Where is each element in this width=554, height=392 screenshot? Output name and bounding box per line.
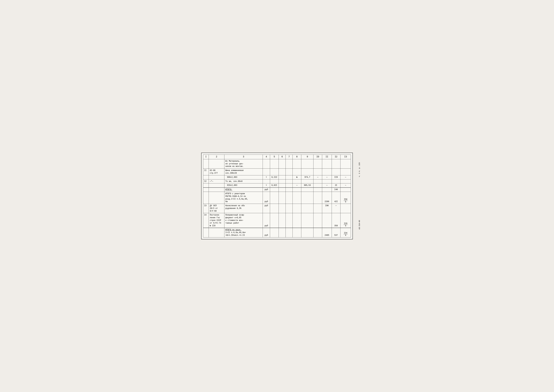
col11-fin: 2485 bbox=[322, 228, 332, 237]
cell-10b bbox=[313, 168, 322, 175]
desc-I4: Поправочный коэф-фициент к=0,85к стоимос… bbox=[224, 213, 263, 228]
col11-I4 bbox=[322, 213, 332, 228]
desc-I3: Начисления на оборудование 8,3% bbox=[224, 204, 263, 213]
col8-I3 bbox=[293, 204, 301, 213]
col6-II bbox=[279, 175, 285, 179]
col7-I2 bbox=[285, 183, 292, 188]
cell-5 bbox=[270, 159, 279, 168]
row-num-I4: I4 bbox=[203, 213, 209, 228]
col8-fin bbox=[293, 228, 301, 237]
col12-I4: 358 bbox=[332, 213, 340, 228]
itogo-reactor-desc: ИТОГО с реакторомРБГПО-I600-0,I4 поразд.… bbox=[224, 192, 263, 204]
final-itogo-desc: ИТОГО по разд.I+II п.6,6а,6б,6в++Ш+п.I0ч… bbox=[224, 228, 263, 237]
cell-7-it2 bbox=[285, 192, 292, 204]
document-page: I 2 3 4 5 6 7 8 9 IO II I2 I3 Ш) Мат bbox=[201, 153, 353, 239]
cell-qty bbox=[270, 168, 279, 175]
cell-empty-2 bbox=[209, 175, 224, 179]
col6-I3 bbox=[279, 204, 285, 213]
col6-I4 bbox=[279, 213, 285, 228]
cell-8-it1 bbox=[293, 188, 301, 192]
cell-10-it1 bbox=[313, 188, 322, 192]
table-row: 9I0xI,083 т 0,02I — 985,53 — 2I — bbox=[203, 183, 351, 188]
formula-I2: 9I0xI,083 bbox=[224, 183, 263, 188]
cell-8 bbox=[293, 159, 301, 168]
cell-6b bbox=[279, 168, 285, 175]
col12-fin: 537 bbox=[332, 228, 340, 237]
table-header: I 2 3 4 5 6 7 8 9 IO II I2 I3 bbox=[203, 155, 351, 159]
col-header-6: 6 bbox=[279, 155, 285, 159]
col10-I3 bbox=[313, 204, 322, 213]
cell-7-I2 bbox=[285, 179, 292, 183]
col-header-3: 3 bbox=[224, 155, 263, 159]
ref-I3: ДУ ЭСП28/3 от8/У-68 bbox=[209, 204, 224, 213]
cell-5-it2 bbox=[270, 192, 279, 204]
cell-11b bbox=[322, 168, 332, 175]
cell-6-it2 bbox=[279, 192, 285, 204]
cell-13-it1 bbox=[340, 188, 351, 192]
table-row: ИТОГО: руб I40 bbox=[203, 188, 351, 192]
col6-I2 bbox=[279, 183, 285, 188]
col-header-5: 5 bbox=[270, 155, 279, 159]
cell-9b bbox=[301, 168, 313, 175]
cell-unit bbox=[263, 168, 270, 175]
col5-I4 bbox=[270, 213, 279, 228]
desc-I2: То же, сеч.80x8 bbox=[224, 179, 263, 183]
row-num-I3: I3 bbox=[203, 204, 209, 213]
cell-6 bbox=[279, 159, 285, 168]
col8-I2: — bbox=[293, 183, 301, 188]
ref-II: 02-06стр.377 bbox=[209, 168, 224, 175]
cell-13b bbox=[340, 168, 351, 175]
table-row: ИТОГО по разд.I+II п.6,6а,6б,6в++Ш+п.I0ч… bbox=[203, 228, 351, 237]
cell-unit-I2 bbox=[263, 179, 270, 183]
qty-II: 0,I22 bbox=[270, 175, 279, 179]
table-row: 900xI,083 т 0,I22 № 974,7 — — II9 — bbox=[203, 175, 351, 179]
col7-I4 bbox=[285, 213, 292, 228]
cell-empty-2b bbox=[209, 183, 224, 188]
cell-6-it1 bbox=[279, 188, 285, 192]
col13-II: — bbox=[340, 175, 351, 179]
col10-fin bbox=[313, 228, 322, 237]
section-title: Ш) Материалы,не учтенные цен-ником на мо… bbox=[225, 160, 243, 168]
cell-10 bbox=[313, 159, 322, 168]
col-header-11: II bbox=[322, 155, 332, 159]
fraction-I50: I50 5 bbox=[344, 198, 348, 203]
itogo-label-1: ИТОГО: bbox=[224, 188, 263, 192]
col12-II: II9 bbox=[332, 175, 340, 179]
cell-8-I2 bbox=[293, 179, 301, 183]
ref-I4: Постанов-ление Госстроя СССРот 5/УI-74№ … bbox=[209, 213, 224, 228]
table-row: I2 —"— То же, сеч.80x8 bbox=[203, 179, 351, 183]
col7-fin bbox=[285, 228, 292, 237]
cell-11-I2 bbox=[322, 179, 332, 183]
cell-12-it1: I40 bbox=[332, 188, 340, 192]
col9-I4 bbox=[301, 213, 313, 228]
cell-5-it1 bbox=[270, 188, 279, 192]
cell-13 bbox=[340, 159, 351, 168]
cell-4 bbox=[263, 159, 270, 168]
cell-6-I2 bbox=[279, 179, 285, 183]
qty-I2: 0,02I bbox=[270, 183, 279, 188]
col13-fin: I34 4 bbox=[340, 228, 351, 237]
col8-II: № bbox=[293, 175, 301, 179]
col11-I2: — bbox=[322, 183, 332, 188]
cell-12 bbox=[332, 159, 340, 168]
col7-I3 bbox=[285, 204, 292, 213]
fraction-I29: I29 4 bbox=[344, 223, 348, 227]
itogo-reactor-unit: руб bbox=[263, 192, 270, 204]
cell-10-it2 bbox=[313, 192, 322, 204]
col-header-13: I3 bbox=[340, 155, 351, 159]
cell-empty bbox=[203, 192, 209, 204]
col13-I2: — bbox=[340, 183, 351, 188]
col13-I4: I29 4 bbox=[340, 213, 351, 228]
itogo-unit-1: руб bbox=[263, 188, 270, 192]
col5-I3 bbox=[270, 204, 279, 213]
cell-12-it2: 42I bbox=[332, 192, 340, 204]
cell-7b bbox=[285, 168, 292, 175]
desc-II: Шина алюминиеваясеч.I00xI0 bbox=[224, 168, 263, 175]
col9-I2: 985,53 bbox=[301, 183, 313, 188]
cell-empty bbox=[209, 188, 224, 192]
col10-II: — bbox=[313, 175, 322, 179]
cell-9 bbox=[301, 159, 313, 168]
cell-3: Ш) Материалы,не учтенные цен-ником на мо… bbox=[224, 159, 263, 168]
col9-fin bbox=[301, 228, 313, 237]
cell-11-it1 bbox=[322, 188, 332, 192]
